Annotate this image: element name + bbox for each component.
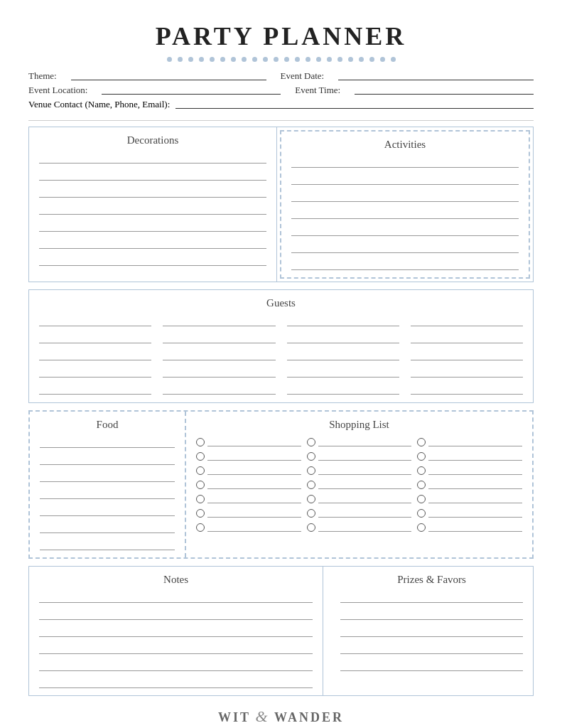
check-line[interactable]: [207, 452, 301, 461]
act-line[interactable]: [291, 260, 519, 270]
guest-line[interactable]: [287, 350, 399, 360]
check-line[interactable]: [428, 495, 522, 503]
check-circle[interactable]: [417, 438, 426, 446]
act-line[interactable]: [291, 243, 519, 253]
prize-line[interactable]: [340, 644, 523, 654]
check-line[interactable]: [207, 495, 301, 503]
guest-line[interactable]: [163, 333, 275, 343]
check-line[interactable]: [318, 466, 412, 475]
venue-contact-input[interactable]: [175, 99, 534, 109]
guest-line[interactable]: [163, 350, 275, 360]
guest-line[interactable]: [163, 385, 275, 395]
dec-line[interactable]: [39, 205, 266, 215]
prize-line[interactable]: [340, 661, 523, 671]
check-line[interactable]: [428, 466, 522, 475]
act-line[interactable]: [291, 209, 519, 219]
event-date-input[interactable]: [338, 70, 534, 80]
guest-line[interactable]: [163, 368, 275, 378]
food-line[interactable]: [40, 523, 175, 533]
act-line[interactable]: [291, 192, 519, 202]
guest-line[interactable]: [411, 333, 523, 343]
check-circle[interactable]: [307, 481, 315, 489]
check-line[interactable]: [428, 452, 522, 461]
check-line[interactable]: [207, 466, 301, 475]
check-circle[interactable]: [307, 466, 315, 475]
note-line[interactable]: [39, 593, 313, 603]
note-line[interactable]: [39, 627, 313, 637]
check-line[interactable]: [428, 438, 522, 446]
dec-line[interactable]: [39, 154, 266, 164]
guest-line[interactable]: [411, 368, 523, 378]
guest-line[interactable]: [287, 316, 399, 326]
check-line[interactable]: [318, 452, 412, 461]
note-line[interactable]: [39, 678, 313, 688]
guest-line[interactable]: [411, 385, 523, 395]
guest-line[interactable]: [39, 333, 151, 343]
act-line[interactable]: [291, 175, 519, 185]
check-circle[interactable]: [196, 466, 205, 475]
food-line[interactable]: [40, 506, 175, 516]
check-circle[interactable]: [417, 452, 426, 461]
guest-line[interactable]: [287, 385, 399, 395]
check-line[interactable]: [318, 523, 412, 532]
act-line[interactable]: [291, 158, 519, 168]
check-circle[interactable]: [307, 523, 315, 532]
check-circle[interactable]: [196, 438, 205, 446]
event-location-input[interactable]: [102, 85, 281, 95]
guest-line[interactable]: [39, 385, 151, 395]
prize-line[interactable]: [340, 593, 523, 603]
food-line[interactable]: [40, 489, 175, 499]
food-line[interactable]: [40, 540, 175, 550]
location-row: Event Location: Event Time:: [28, 85, 534, 96]
dec-line[interactable]: [39, 239, 266, 249]
guest-line[interactable]: [39, 350, 151, 360]
check-circle[interactable]: [307, 452, 315, 461]
dec-line[interactable]: [39, 171, 266, 181]
guest-line[interactable]: [287, 333, 399, 343]
prize-line[interactable]: [340, 610, 523, 620]
check-line[interactable]: [318, 438, 412, 446]
act-line[interactable]: [291, 226, 519, 236]
prize-line[interactable]: [340, 627, 523, 637]
food-line[interactable]: [40, 455, 175, 465]
check-circle[interactable]: [307, 509, 315, 518]
guest-line[interactable]: [411, 350, 523, 360]
check-circle[interactable]: [196, 523, 205, 532]
check-line[interactable]: [207, 438, 301, 446]
check-line[interactable]: [207, 509, 301, 518]
note-line[interactable]: [39, 661, 313, 671]
note-line[interactable]: [39, 644, 313, 654]
guest-line[interactable]: [163, 316, 275, 326]
check-line[interactable]: [318, 481, 412, 489]
check-line[interactable]: [318, 509, 412, 518]
check-circle[interactable]: [417, 481, 426, 489]
guest-line[interactable]: [287, 368, 399, 378]
note-line[interactable]: [39, 610, 313, 620]
check-circle[interactable]: [196, 495, 205, 503]
check-line[interactable]: [207, 481, 301, 489]
check-circle[interactable]: [417, 466, 426, 475]
guest-line[interactable]: [411, 316, 523, 326]
dec-line[interactable]: [39, 188, 266, 198]
check-circle[interactable]: [196, 481, 205, 489]
check-line[interactable]: [318, 495, 412, 503]
check-line[interactable]: [207, 523, 301, 532]
food-line[interactable]: [40, 438, 175, 448]
guest-line[interactable]: [39, 368, 151, 378]
check-circle[interactable]: [417, 509, 426, 518]
check-line[interactable]: [428, 481, 522, 489]
theme-input[interactable]: [71, 70, 266, 80]
check-circle[interactable]: [196, 452, 205, 461]
check-line[interactable]: [428, 509, 522, 518]
check-circle[interactable]: [307, 438, 315, 446]
dec-line[interactable]: [39, 222, 266, 232]
check-circle[interactable]: [417, 523, 426, 532]
event-time-input[interactable]: [355, 85, 534, 95]
guest-line[interactable]: [39, 316, 151, 326]
food-line[interactable]: [40, 472, 175, 482]
dec-line[interactable]: [39, 256, 266, 266]
check-line[interactable]: [428, 523, 522, 532]
check-circle[interactable]: [307, 495, 315, 503]
check-circle[interactable]: [417, 495, 426, 503]
check-circle[interactable]: [196, 509, 205, 518]
